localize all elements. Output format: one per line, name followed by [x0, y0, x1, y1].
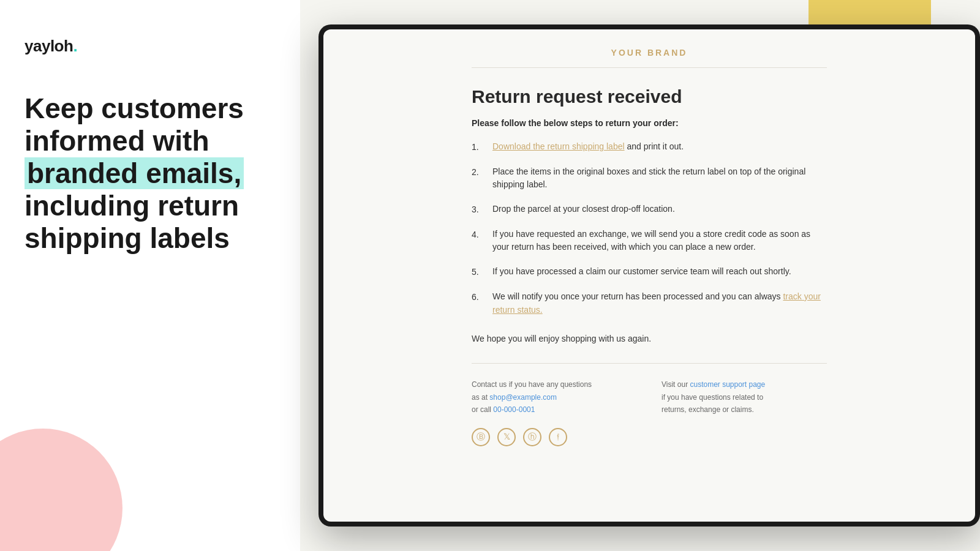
footer-left: Contact us if you have any questions as … — [472, 378, 637, 446]
list-item: 2. Place the items in the original boxes… — [472, 165, 827, 192]
headline-line1: Keep customers — [24, 92, 244, 124]
step-text: If you have processed a claim our custom… — [492, 265, 791, 279]
email-closing: We hope you will enjoy shopping with us … — [472, 334, 827, 343]
step-num: 3. — [472, 203, 484, 217]
customer-support-link[interactable]: customer support page — [690, 380, 765, 389]
email-title: Return request received — [472, 86, 827, 107]
facebook-icon[interactable]: 𝔣 — [549, 428, 567, 446]
step-num: 1. — [472, 140, 484, 154]
logo-text: yayloh — [24, 37, 73, 55]
download-label-link[interactable]: Download the return shipping label — [492, 141, 625, 151]
list-item: 5. If you have processed a claim our cus… — [472, 265, 827, 279]
footer-right-text: Visit our — [662, 380, 690, 389]
footer-right: Visit our customer support page if you h… — [662, 378, 827, 446]
step-num: 6. — [472, 290, 484, 304]
footer-right-text2: if you have questions related to — [662, 393, 763, 402]
list-item: 4. If you have requested an exchange, we… — [472, 228, 827, 254]
step-num: 2. — [472, 165, 484, 179]
step-text: We will notify you once your return has … — [492, 290, 827, 317]
twitter-icon[interactable]: 𝕏 — [497, 428, 516, 446]
list-item: 1. Download the return shipping label an… — [472, 140, 827, 154]
list-item: 3. Drop the parcel at your closest drop-… — [472, 203, 827, 217]
step-text: If you have requested an exchange, we wi… — [492, 228, 827, 254]
track-return-link[interactable]: track your return status. — [492, 291, 821, 315]
footer-contact-line3: or call — [472, 405, 493, 414]
email-brand: YOUR BRAND — [472, 48, 827, 68]
headline-line3: including return — [24, 190, 239, 222]
laptop-frame: YOUR BRAND Return request received Pleas… — [318, 24, 980, 527]
footer-email-link[interactable]: shop@example.com — [489, 393, 557, 402]
step-text: Place the items in the original boxes an… — [492, 165, 827, 192]
email-subtitle: Please follow the below steps to return … — [472, 118, 827, 128]
logo-dot: . — [73, 37, 77, 55]
headline: Keep customers informed with branded ema… — [24, 92, 276, 254]
footer-contact-line1: Contact us if you have any questions — [472, 380, 592, 389]
headline-line4: shipping labels — [24, 222, 230, 254]
step-num: 5. — [472, 265, 484, 279]
left-panel: yayloh. Keep customers informed with bra… — [0, 0, 300, 551]
headline-line2: informed with — [24, 125, 209, 157]
footer-right-text3: returns, exchange or claims. — [662, 405, 754, 414]
footer-phone-link[interactable]: 00-000-0001 — [493, 405, 535, 414]
footer-contact-line2: as at — [472, 393, 489, 402]
vimeo-icon[interactable]: ⓗ — [523, 428, 541, 446]
pink-circle-decoration — [0, 429, 123, 551]
laptop-screen[interactable]: YOUR BRAND Return request received Pleas… — [323, 29, 975, 522]
list-item: 6. We will notify you once your return h… — [472, 290, 827, 317]
step-num: 4. — [472, 228, 484, 242]
email-footer: Contact us if you have any questions as … — [472, 363, 827, 446]
headline-highlight: branded emails, — [24, 157, 244, 189]
step-text: Download the return shipping label and p… — [492, 140, 684, 154]
right-panel: YOUR BRAND Return request received Pleas… — [300, 0, 980, 551]
email-steps: 1. Download the return shipping label an… — [472, 140, 827, 317]
pinterest-icon[interactable]: Ⓑ — [472, 428, 490, 446]
email-container: YOUR BRAND Return request received Pleas… — [459, 29, 839, 471]
logo: yayloh. — [24, 37, 276, 56]
step-text: Drop the parcel at your closest drop-off… — [492, 203, 675, 216]
social-icons: Ⓑ 𝕏 ⓗ 𝔣 — [472, 428, 637, 446]
